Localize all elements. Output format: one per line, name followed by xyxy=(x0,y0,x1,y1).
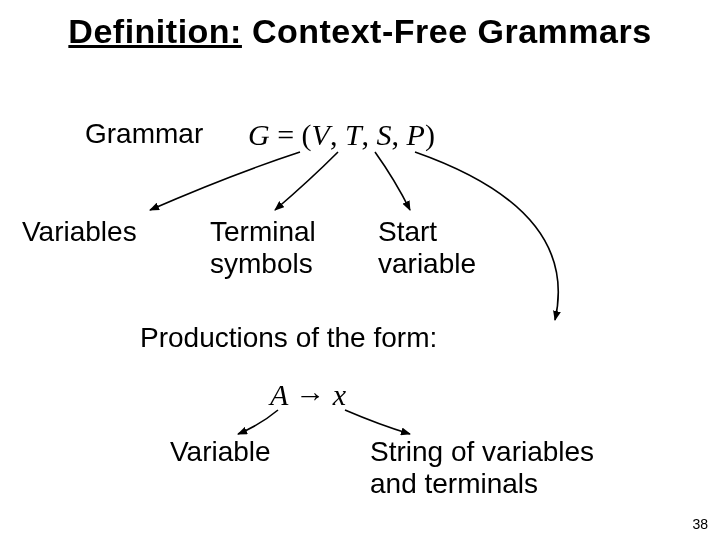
arrow-a-to-variable xyxy=(238,410,278,434)
label-start-line2: variable xyxy=(378,248,476,280)
label-variables: Variables xyxy=(22,216,137,248)
title-prefix: Definition: xyxy=(68,12,242,50)
label-string-line2: and terminals xyxy=(370,468,538,500)
arrows-overlay xyxy=(0,0,720,540)
label-terminal-line2: symbols xyxy=(210,248,313,280)
label-string-line1: String of variables xyxy=(370,436,594,468)
title-rest: Context-Free Grammars xyxy=(242,12,652,50)
arrow-t-to-terminal xyxy=(275,152,338,210)
slide: Definition: Context-Free Grammars Gramma… xyxy=(0,0,720,540)
label-terminal-line1: Terminal xyxy=(210,216,316,248)
arrow-x-to-string xyxy=(345,410,410,434)
arrow-v-to-variables xyxy=(150,152,300,210)
arrow-s-to-start xyxy=(375,152,410,210)
label-productions: Productions of the form: xyxy=(140,322,437,354)
formula-production: A → x xyxy=(270,378,346,413)
slide-title: Definition: Context-Free Grammars xyxy=(0,12,720,51)
label-grammar: Grammar xyxy=(85,118,203,150)
page-number: 38 xyxy=(692,516,708,532)
label-variable: Variable xyxy=(170,436,271,468)
label-start-line1: Start xyxy=(378,216,437,248)
formula-grammar-tuple: G = (V, T, S, P) xyxy=(248,118,435,153)
